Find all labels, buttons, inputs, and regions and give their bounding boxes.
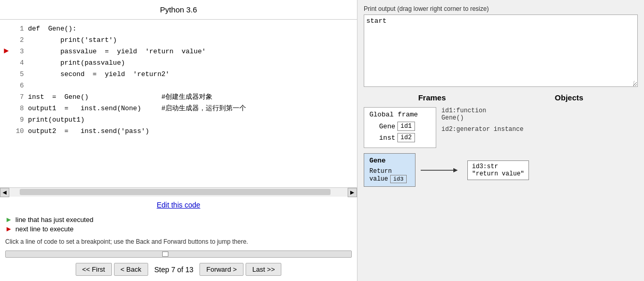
code-line-10[interactable]: 10output2 = inst.send('pass') xyxy=(0,125,357,137)
code-line-7[interactable]: 7inst = Gene() #创建生成器对象 xyxy=(0,91,357,102)
red-arrow-icon: ► xyxy=(4,47,9,56)
step-label: Step 7 of 13 xyxy=(150,265,198,274)
progress-bar[interactable] xyxy=(5,250,352,258)
frame-var-inst: inst xyxy=(369,134,395,142)
left-panel: Python 3.6 1def Gene():2 print('start')►… xyxy=(0,0,357,281)
gene-frame-row: Return xyxy=(369,168,410,175)
global-frame-section: Global frame Gene id1 inst id2 id1:funct… xyxy=(364,107,638,148)
code-line-6[interactable]: 6 xyxy=(0,80,357,91)
line-code-8: output1 = inst.send(None) #启动生成器，运行到第一个 xyxy=(28,103,357,113)
edit-link[interactable]: Edit this code xyxy=(0,197,357,213)
legend-red-arrow-icon: ► xyxy=(5,225,12,233)
object-id1: id1:function Gene() xyxy=(441,107,638,122)
line-code-5: second = yield 'return2' xyxy=(28,70,357,78)
right-panel: Print output (drag lower right corner to… xyxy=(357,0,644,281)
output-section: Print output (drag lower right corner to… xyxy=(364,5,638,87)
progress-thumb[interactable] xyxy=(162,252,168,257)
objects-section: id1:function Gene() id2:generator instan… xyxy=(441,107,638,133)
line-number-5: 5 xyxy=(12,70,28,78)
frame-var-gene: Gene xyxy=(369,123,395,130)
legend: ► line that has just executed ► next lin… xyxy=(0,213,357,236)
output-box[interactable]: start ⌠ xyxy=(364,14,638,87)
forward-button[interactable]: Forward > xyxy=(199,263,244,276)
code-line-3[interactable]: ►3 passvalue = yield 'return value' xyxy=(0,46,357,57)
line-number-10: 10 xyxy=(12,127,28,135)
line-number-4: 4 xyxy=(12,59,28,67)
code-line-1[interactable]: 1def Gene(): xyxy=(0,23,357,34)
gene-generator-section: Gene Return value id3 xyxy=(364,153,638,187)
gene-value-row: value id3 xyxy=(369,175,410,183)
line-number-1: 1 xyxy=(12,25,28,33)
object-id1-detail: Gene() xyxy=(441,114,638,122)
resize-corner-icon[interactable]: ⌠ xyxy=(632,81,637,86)
legend-red-label: next line to execute xyxy=(16,225,74,233)
id3-value: "return value" xyxy=(472,170,524,178)
line-number-6: 6 xyxy=(12,82,28,90)
scroll-thumb[interactable] xyxy=(20,189,331,195)
first-button[interactable]: << First xyxy=(76,263,112,276)
line-code-7: inst = Gene() #创建生成器对象 xyxy=(28,92,357,101)
gene-id3-box[interactable]: id3 xyxy=(390,175,407,183)
line-code-1: def Gene(): xyxy=(28,25,357,33)
object-id2: id2:generator instance xyxy=(441,126,638,133)
id3-object-box: id3:str "return value" xyxy=(467,160,529,180)
hint-text: Click a line of code to set a breakpoint… xyxy=(0,236,357,248)
code-title: Python 3.6 xyxy=(0,0,357,20)
code-line-8[interactable]: 8output1 = inst.send(None) #启动生成器，运行到第一个 xyxy=(0,102,357,114)
output-title: Print output (drag lower right corner to… xyxy=(364,5,638,12)
line-number-8: 8 xyxy=(12,105,28,112)
code-line-4[interactable]: 4 print(passvalue) xyxy=(0,57,357,68)
global-frame-box: Global frame Gene id1 inst id2 xyxy=(364,107,436,148)
line-code-10: output2 = inst.send('pass') xyxy=(28,127,357,135)
scroll-right-arrow[interactable]: ▶ xyxy=(348,188,357,197)
frames-label: Frames xyxy=(418,93,446,102)
code-line-9[interactable]: 9print(output1) xyxy=(0,114,357,125)
legend-green-label: line that has just executed xyxy=(16,216,93,224)
last-button[interactable]: Last >> xyxy=(246,263,281,276)
line-number-3: 3 xyxy=(12,48,28,55)
legend-green-item: ► line that has just executed xyxy=(5,215,352,224)
id3-label: id3:str xyxy=(472,163,524,170)
arrow-svg xyxy=(421,162,462,178)
line-number-2: 2 xyxy=(12,36,28,44)
output-content: start xyxy=(366,17,387,25)
object-id1-label: id1:function xyxy=(441,107,638,114)
back-button[interactable]: < Back xyxy=(114,263,148,276)
gene-frame-title: Gene xyxy=(369,157,410,165)
global-frame-label: Global frame xyxy=(369,111,431,119)
gene-return-label: Return xyxy=(369,168,392,175)
arrow-line xyxy=(421,162,462,178)
frame-id-gene[interactable]: id1 xyxy=(397,122,415,131)
progress-row xyxy=(0,248,357,260)
line-number-9: 9 xyxy=(12,116,28,124)
line-code-3: passvalue = yield 'return value' xyxy=(28,48,357,55)
frames-objects-section: Frames Objects Global frame Gene id1 ins… xyxy=(364,91,638,187)
frame-row-inst: inst id2 xyxy=(369,133,431,142)
gene-value-label: value xyxy=(369,175,388,183)
nav-buttons: << First < Back Step 7 of 13 Forward > L… xyxy=(0,260,357,281)
object-id2-label: id2:generator instance xyxy=(441,126,638,133)
line-code-9: print(output1) xyxy=(28,116,357,124)
code-area: 1def Gene():2 print('start')►3 passvalue… xyxy=(0,20,357,187)
gene-frame-box: Gene Return value id3 xyxy=(364,153,416,187)
code-line-5[interactable]: 5 second = yield 'return2' xyxy=(0,68,357,80)
code-line-2[interactable]: 2 print('start') xyxy=(0,34,357,46)
line-code-4: print(passvalue) xyxy=(28,59,357,67)
legend-green-arrow-icon: ► xyxy=(5,215,12,224)
line-number-7: 7 xyxy=(12,93,28,101)
line-code-2: print('start') xyxy=(28,36,357,44)
scrollbar[interactable]: ◀ ▶ xyxy=(0,187,357,197)
frame-id-inst[interactable]: id2 xyxy=(397,133,415,142)
frame-row-gene: Gene id1 xyxy=(369,122,431,131)
legend-red-item: ► next line to execute xyxy=(5,225,352,233)
fo-header: Frames Objects xyxy=(364,91,638,104)
line-arrow-3: ► xyxy=(0,47,12,56)
objects-label: Objects xyxy=(555,93,583,102)
scroll-left-arrow[interactable]: ◀ xyxy=(0,188,9,197)
